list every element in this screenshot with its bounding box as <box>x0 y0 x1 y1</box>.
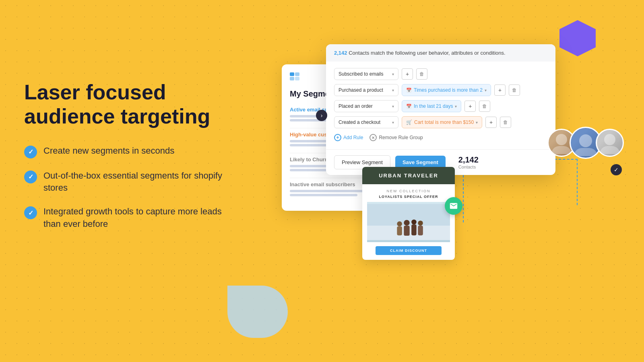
builder-header: 2,142 Contacts match the following user … <box>326 44 555 62</box>
blue-shape-decoration <box>227 286 288 338</box>
chevron-tag-2: ▾ <box>485 88 487 93</box>
features-list: Create new segments in seconds Out-of-th… <box>24 145 233 230</box>
svg-rect-0 <box>290 72 294 76</box>
feature-text-1: Create new segments in seconds <box>43 145 174 157</box>
chevron-icon-1: ▾ <box>392 72 394 76</box>
contacts-label: Contacts <box>458 165 479 169</box>
rule-select-3[interactable]: Placed an order ▾ <box>334 100 398 112</box>
header-contacts-text: 2,142 Contacts match the following user … <box>334 50 506 56</box>
email-card-body: NEW COLLECTION LOYALISTS SPECIAL OFFER <box>362 184 455 260</box>
cart-icon-4: 🛒 <box>406 119 412 125</box>
check-icon-2 <box>24 171 37 183</box>
new-collection-label: NEW COLLECTION <box>367 189 450 193</box>
dashed-connector-avatar-v <box>577 159 578 205</box>
svg-rect-1 <box>295 72 299 76</box>
feature-text-3: Integrated growth tools to capture more … <box>43 206 233 230</box>
chevron-icon-3: ▾ <box>392 104 394 109</box>
segment-bar-3b <box>290 169 328 171</box>
left-content: Laser focused audience targeting Create … <box>24 80 233 230</box>
chevron-tag-3: ▾ <box>455 104 457 109</box>
email-icon-green <box>445 197 462 215</box>
add-condition-3[interactable]: + <box>464 101 476 112</box>
svg-rect-11 <box>411 224 417 235</box>
svg-rect-3 <box>295 77 299 80</box>
avatar-shoulders-1 <box>551 146 572 154</box>
avatar-cluster <box>547 129 624 159</box>
avatar-shoulders-3 <box>600 146 620 154</box>
rule-actions: + Add Rule ✕ Remove Rule Group <box>334 134 547 141</box>
rule-tag-4: 🛒 Cart total is more than $150 ▾ <box>402 116 482 128</box>
avatar-head-2 <box>579 134 592 147</box>
check-icon-1 <box>24 146 37 158</box>
remove-group-button[interactable]: ✕ Remove Rule Group <box>369 134 423 141</box>
rule-row-1: Subscribed to emails ▾ + 🗑 <box>334 68 547 80</box>
calendar-icon-2: 📅 <box>406 88 412 93</box>
svg-point-10 <box>411 220 417 225</box>
rule-tag-2: 📅 Times purchased is more than 2 ▾ <box>402 84 491 96</box>
feature-item-3: Integrated growth tools to capture more … <box>24 206 233 230</box>
email-card-header: URBAN TRAVELER <box>362 167 455 184</box>
delete-rule-3[interactable]: 🗑 <box>479 101 490 112</box>
builder-panel: 2,142 Contacts match the following user … <box>326 44 555 175</box>
avatar-shoulders-2 <box>574 148 597 156</box>
add-condition-4[interactable]: + <box>485 117 497 128</box>
contacts-display: 2,142 Contacts <box>458 155 479 169</box>
rule-row-3: Placed an order ▾ 📅 In the last 21 days … <box>334 100 547 112</box>
delete-rule-1[interactable]: 🗑 <box>416 68 427 80</box>
chevron-tag-4: ▾ <box>476 120 478 125</box>
svg-point-8 <box>404 220 409 226</box>
add-rule-button[interactable]: + Add Rule <box>334 134 363 141</box>
feature-text-2: Out-of-the-box essential segments for sh… <box>43 170 233 195</box>
claim-discount-button[interactable]: CLAIM DISCOUNT <box>376 246 442 255</box>
remove-group-icon: ✕ <box>369 134 377 141</box>
check-icon-3 <box>24 206 37 219</box>
rule-row-2: Purchased a product ▾ 📅 Times purchased … <box>334 84 547 96</box>
feature-item-2: Out-of-the-box essential segments for sh… <box>24 170 233 195</box>
segment-bar-4b <box>290 194 357 196</box>
svg-point-12 <box>418 220 423 226</box>
contacts-number: 2,142 <box>458 155 479 165</box>
rule-row-4: Created a checkout ▾ 🛒 Cart total is mor… <box>334 116 547 128</box>
svg-point-6 <box>397 221 402 226</box>
rule-select-1[interactable]: Subscribed to emails ▾ <box>334 68 398 80</box>
avatar-head-3 <box>604 134 615 145</box>
builder-body: Subscribed to emails ▾ + 🗑 Purchased a p… <box>326 62 555 149</box>
ui-area: My Segments Active email subscribers Hig… <box>282 0 644 362</box>
svg-rect-2 <box>290 77 294 80</box>
rule-tag-3: 📅 In the last 21 days ▾ <box>402 100 461 112</box>
svg-rect-9 <box>404 226 409 236</box>
check-badge: ✓ <box>611 164 622 175</box>
rule-select-4[interactable]: Created a checkout ▾ <box>334 116 398 128</box>
main-title: Laser focused audience targeting <box>24 80 233 129</box>
add-condition-1[interactable]: + <box>402 68 413 80</box>
chevron-icon-2: ▾ <box>392 88 394 93</box>
add-condition-2[interactable]: + <box>494 84 506 96</box>
chevron-icon-4: ▾ <box>392 120 394 125</box>
email-card-image <box>367 202 450 242</box>
calendar-icon-3: 📅 <box>406 104 412 109</box>
feature-item-1: Create new segments in seconds <box>24 145 233 158</box>
avatar-3 <box>596 129 624 157</box>
arrow-circle[interactable]: › <box>316 110 327 121</box>
svg-rect-7 <box>397 226 402 235</box>
avatar-face-3 <box>597 130 623 156</box>
avatar-head-1 <box>556 134 567 145</box>
delete-rule-4[interactable]: 🗑 <box>500 117 511 128</box>
delete-rule-2[interactable]: 🗑 <box>509 84 520 96</box>
svg-rect-13 <box>418 226 423 235</box>
loyalists-label: LOYALISTS SPECIAL OFFER <box>367 195 450 199</box>
add-rule-icon: + <box>334 134 341 141</box>
email-card: URBAN TRAVELER NEW COLLECTION LOYALISTS … <box>362 167 455 260</box>
rule-select-2[interactable]: Purchased a product ▾ <box>334 84 398 96</box>
